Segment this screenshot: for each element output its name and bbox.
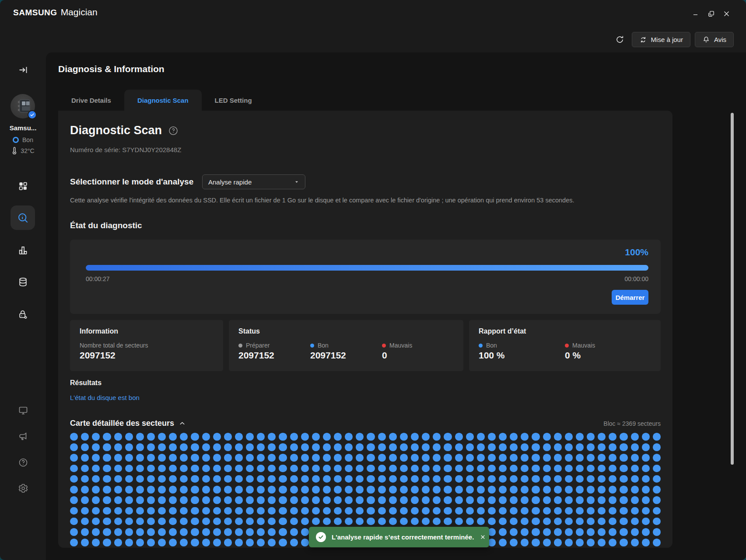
mode-select-label: Sélectionner le mode d'analyse bbox=[70, 177, 202, 187]
progress-percent: 100% bbox=[625, 247, 648, 257]
tab-bar: Drive Details Diagnostic Scan LED Settin… bbox=[58, 90, 265, 111]
status-bad-col: Mauvais 0 bbox=[382, 342, 454, 361]
drive-status-label: Bon bbox=[22, 136, 33, 143]
scan-mode-value: Analyse rapide bbox=[208, 178, 252, 186]
report-good-value: 100 % bbox=[479, 350, 565, 361]
progress-bar-fill bbox=[86, 265, 648, 271]
progress-box: 100% 00:00:27 00:00:00 Démarrer bbox=[70, 240, 661, 314]
sidebar-item-storage[interactable] bbox=[0, 277, 46, 288]
logo-magician: Magician bbox=[61, 7, 98, 17]
total-sectors-value: 2097152 bbox=[80, 350, 214, 361]
tab-diagnostic-scan[interactable]: Diagnostic Scan bbox=[124, 90, 202, 111]
bad-dot-icon bbox=[382, 344, 386, 348]
sector-map-title-text: Carte détaillée des secteurs bbox=[70, 419, 174, 428]
status-card: Status Préparer 2097152 Bon 2097152 Mauv… bbox=[229, 320, 463, 371]
sync-icon bbox=[639, 36, 647, 44]
good-dot-icon bbox=[310, 344, 314, 348]
tab-drive-details[interactable]: Drive Details bbox=[58, 90, 124, 111]
title-help-icon[interactable] bbox=[168, 125, 179, 136]
scrollbar-thumb[interactable] bbox=[731, 113, 734, 465]
minimize-icon[interactable] bbox=[691, 9, 700, 18]
prepare-value: 2097152 bbox=[238, 350, 310, 361]
results-title: Résultats bbox=[70, 379, 102, 387]
toast-check-icon bbox=[316, 532, 326, 542]
update-label: Mise à jour bbox=[651, 36, 683, 43]
page-title: Diagnosis & Information bbox=[58, 64, 165, 74]
block-info: Bloc ≈ 2369 secteurs bbox=[603, 420, 661, 427]
sidebar-item-performance[interactable] bbox=[0, 245, 46, 256]
notice-button[interactable]: Avis bbox=[695, 32, 734, 47]
main-region: Diagnosis & Information Drive Details Di… bbox=[46, 52, 746, 560]
scan-mode-select[interactable]: Analyse rapide bbox=[202, 174, 305, 189]
stat-cards: Information Nombre total de secteurs 209… bbox=[70, 320, 661, 371]
remaining-time: 00:00:00 bbox=[625, 275, 649, 282]
performance-chart-icon bbox=[18, 245, 28, 256]
bad-label: Mauvais bbox=[389, 342, 412, 349]
prepare-dot-icon bbox=[238, 344, 242, 348]
settings-gear-icon bbox=[18, 483, 28, 494]
drive-avatar[interactable] bbox=[11, 94, 35, 118]
report-card: Rapport d’état Bon 100 % Mauvais 0 % bbox=[469, 320, 661, 371]
toast-close-icon[interactable] bbox=[480, 534, 486, 540]
sidebar: Samsu... Bon 32°C bbox=[0, 52, 46, 560]
announcement-icon bbox=[18, 431, 28, 442]
notice-label: Avis bbox=[714, 36, 726, 43]
thermometer-icon bbox=[11, 147, 18, 154]
app-window: SAMSUNG Magician Mise à jour Avis bbox=[0, 0, 746, 560]
serial-number: Numéro de série: S7YDNJ0Y202848Z bbox=[70, 146, 181, 153]
sector-map-title: Carte détaillée des secteurs bbox=[70, 419, 186, 428]
bad-value: 0 bbox=[382, 350, 454, 361]
toast-message: L'analyse rapide s’est correctement term… bbox=[332, 533, 474, 541]
window-controls bbox=[691, 9, 731, 18]
update-button[interactable]: Mise à jour bbox=[632, 32, 690, 47]
start-button[interactable]: Démarrer bbox=[612, 290, 648, 305]
security-lock-icon bbox=[18, 309, 28, 320]
help-icon bbox=[18, 457, 28, 468]
diagnosis-search-icon bbox=[17, 212, 29, 224]
status-good-col: Bon 2097152 bbox=[310, 342, 382, 361]
report-card-title: Rapport d’état bbox=[479, 327, 651, 335]
logo-samsung: SAMSUNG bbox=[13, 8, 57, 17]
report-bad-dot-icon bbox=[565, 344, 569, 348]
apps-grid-icon bbox=[18, 181, 28, 191]
chevron-up-icon[interactable] bbox=[179, 420, 186, 427]
close-icon[interactable] bbox=[721, 9, 731, 18]
report-good-col: Bon 100 % bbox=[479, 342, 565, 361]
status-prepare-col: Préparer 2097152 bbox=[238, 342, 310, 361]
sidebar-item-announcements[interactable] bbox=[0, 431, 46, 442]
report-bad-value: 0 % bbox=[565, 350, 651, 361]
caret-down-icon bbox=[294, 179, 299, 184]
sidebar-item-diagnosis[interactable] bbox=[11, 205, 35, 230]
drive-health-badge bbox=[28, 110, 37, 119]
mode-description: Cette analyse vérifie l'intégrité des do… bbox=[70, 197, 661, 204]
drive-temp-row: 32°C bbox=[0, 147, 46, 154]
tab-led-setting[interactable]: LED Setting bbox=[202, 90, 265, 111]
diagnostic-state-title: État du diagnostic bbox=[70, 221, 142, 230]
elapsed-time: 00:00:27 bbox=[86, 275, 110, 282]
drive-name: Samsu... bbox=[0, 124, 46, 132]
good-value: 2097152 bbox=[310, 350, 382, 361]
sidebar-item-security[interactable] bbox=[0, 309, 46, 320]
storage-database-icon bbox=[18, 277, 28, 288]
information-card: Information Nombre total de secteurs 209… bbox=[70, 320, 223, 371]
status-ring-icon bbox=[13, 137, 19, 143]
sidebar-item-system[interactable] bbox=[0, 405, 46, 416]
topbar-actions: Mise à jour Avis bbox=[613, 32, 734, 47]
results-message: L'état du disque est bon bbox=[70, 394, 140, 401]
sidebar-item-settings[interactable] bbox=[0, 483, 46, 494]
bell-icon bbox=[702, 36, 710, 44]
good-label: Bon bbox=[318, 342, 329, 349]
collapse-sidebar-icon[interactable] bbox=[0, 65, 46, 75]
refresh-icon[interactable] bbox=[613, 32, 627, 47]
restore-icon[interactable] bbox=[706, 9, 716, 18]
sidebar-item-dashboard[interactable] bbox=[0, 181, 46, 191]
drive-temp-label: 32°C bbox=[21, 147, 34, 154]
monitor-icon bbox=[18, 405, 28, 416]
status-card-title: Status bbox=[238, 327, 454, 335]
check-icon bbox=[30, 112, 35, 117]
sidebar-item-help[interactable] bbox=[0, 457, 46, 468]
scan-title: Diagnostic Scan bbox=[70, 124, 162, 137]
report-bad-col: Mauvais 0 % bbox=[565, 342, 651, 361]
progress-bar bbox=[86, 265, 648, 271]
report-bad-label: Mauvais bbox=[572, 342, 595, 349]
